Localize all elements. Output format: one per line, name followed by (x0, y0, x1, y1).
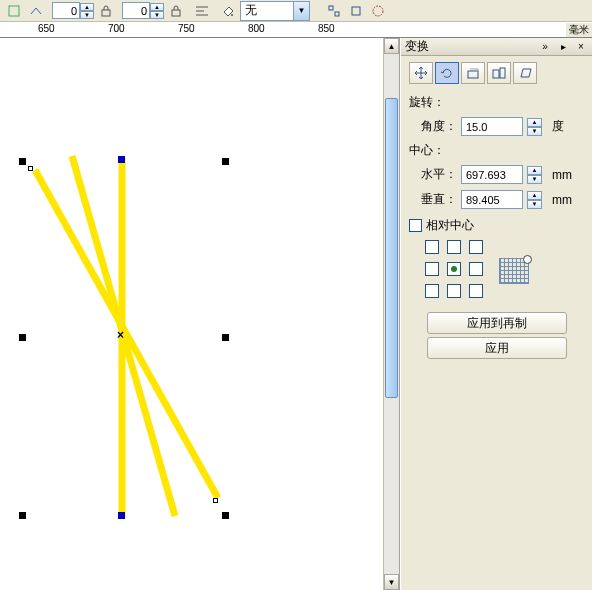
anchor-bl[interactable] (425, 284, 439, 298)
down-icon[interactable]: ▼ (150, 11, 164, 19)
spinner-2[interactable]: ▲▼ (122, 2, 164, 19)
svg-rect-5 (335, 12, 339, 16)
spinner-1[interactable]: ▲▼ (52, 2, 94, 19)
size-tool[interactable] (487, 62, 511, 84)
selection-handle[interactable] (19, 334, 26, 341)
selection-handle[interactable] (118, 156, 125, 163)
canvas-area[interactable]: × ▲ ▼ (0, 38, 400, 590)
apply-button[interactable]: 应用 (427, 337, 567, 359)
paint-bucket-icon[interactable] (218, 2, 238, 20)
svg-rect-0 (9, 6, 19, 16)
ruler-tick-label: 800 (248, 23, 265, 34)
ruler-tick-label: 650 (38, 23, 55, 34)
vertical-input[interactable] (461, 190, 523, 209)
selection-handle[interactable] (19, 512, 26, 519)
tool-btn-1[interactable] (4, 2, 24, 20)
transform-panel: 变换 » ▸ × 旋转： 角度： ▲▼ 度 中心： (400, 38, 592, 590)
anchor-center[interactable] (447, 262, 461, 276)
lock-icon[interactable] (166, 2, 186, 20)
anchor-tr[interactable] (469, 240, 483, 254)
position-tool[interactable] (409, 62, 433, 84)
relative-center-checkbox[interactable] (409, 219, 422, 232)
transform-tool-row (409, 62, 584, 84)
rotate-section-label: 旋转： (409, 94, 584, 111)
svg-point-3 (231, 14, 233, 16)
ruler-unit: 毫米 (566, 23, 592, 37)
horizontal-input[interactable] (461, 165, 523, 184)
down-icon[interactable]: ▼ (527, 127, 542, 136)
text-wrap-icon[interactable] (192, 2, 212, 20)
selection-handle[interactable] (19, 158, 26, 165)
scroll-down-icon[interactable]: ▼ (384, 574, 399, 590)
spinner-1-input[interactable] (52, 2, 80, 19)
close-icon[interactable]: × (574, 40, 588, 54)
fill-dropdown[interactable]: 无 ▼ (240, 1, 310, 21)
chevron-right-icon[interactable]: » (538, 40, 552, 54)
svg-rect-6 (352, 7, 360, 15)
ruler-tick-label: 750 (178, 23, 195, 34)
relative-center-label: 相对中心 (426, 217, 474, 234)
apply-to-duplicate-button[interactable]: 应用到再制 (427, 312, 567, 334)
angle-unit: 度 (552, 118, 564, 135)
anchor-tl[interactable] (425, 240, 439, 254)
tool-btn-3[interactable] (324, 2, 344, 20)
chevron-down-icon[interactable]: ▼ (293, 2, 309, 20)
horizontal-label: 水平： (409, 166, 457, 183)
top-toolbar: ▲▼ ▲▼ 无 ▼ (0, 0, 592, 22)
anchor-mr[interactable] (469, 262, 483, 276)
up-icon[interactable]: ▲ (527, 191, 542, 200)
scale-tool[interactable] (461, 62, 485, 84)
ruler-tick-label: 700 (108, 23, 125, 34)
down-icon[interactable]: ▼ (527, 200, 542, 209)
center-section-label: 中心： (409, 142, 584, 159)
anchor-bc[interactable] (447, 284, 461, 298)
ruler-tick-label: 850 (318, 23, 335, 34)
svg-rect-1 (102, 10, 110, 16)
scroll-thumb[interactable] (385, 98, 398, 398)
spinner-2-input[interactable] (122, 2, 150, 19)
svg-rect-11 (468, 71, 478, 78)
unit-mm: mm (552, 193, 572, 207)
selection-handle[interactable] (222, 334, 229, 341)
anchor-grid (425, 240, 584, 302)
selection-handle[interactable] (213, 498, 218, 503)
svg-rect-13 (500, 68, 505, 78)
panel-header: 变换 » ▸ × (401, 38, 592, 56)
svg-rect-2 (172, 10, 180, 16)
anchor-tc[interactable] (447, 240, 461, 254)
selection-handle[interactable] (28, 166, 33, 171)
vertical-scrollbar[interactable]: ▲ ▼ (383, 38, 399, 590)
tool-btn-2[interactable] (26, 2, 46, 20)
svg-point-7 (373, 6, 383, 16)
svg-rect-12 (493, 70, 499, 78)
scroll-up-icon[interactable]: ▲ (384, 38, 399, 54)
rotation-center-icon[interactable]: × (117, 328, 124, 342)
rotate-tool[interactable] (435, 62, 459, 84)
svg-rect-4 (329, 6, 333, 10)
tool-btn-5[interactable] (368, 2, 388, 20)
up-icon[interactable]: ▲ (80, 3, 94, 11)
up-icon[interactable]: ▲ (527, 166, 542, 175)
up-icon[interactable]: ▲ (150, 3, 164, 11)
selection-handle[interactable] (222, 512, 229, 519)
horizontal-ruler: 650 700 750 800 850 毫米 (0, 22, 592, 38)
down-icon[interactable]: ▼ (527, 175, 542, 184)
skew-tool[interactable] (513, 62, 537, 84)
menu-icon[interactable]: ▸ (556, 40, 570, 54)
down-icon[interactable]: ▼ (80, 11, 94, 19)
lock-icon[interactable] (96, 2, 116, 20)
vertical-label: 垂直： (409, 191, 457, 208)
angle-label: 角度： (409, 118, 457, 135)
angle-input[interactable] (461, 117, 523, 136)
selection-handle[interactable] (118, 512, 125, 519)
up-icon[interactable]: ▲ (527, 118, 542, 127)
tool-btn-4[interactable] (346, 2, 366, 20)
anchor-br[interactable] (469, 284, 483, 298)
fill-value: 无 (245, 2, 257, 19)
svg-line-10 (35, 170, 218, 498)
grid-reference-icon[interactable] (499, 258, 529, 284)
unit-mm: mm (552, 168, 572, 182)
panel-title: 变换 (405, 38, 429, 55)
selection-handle[interactable] (222, 158, 229, 165)
anchor-ml[interactable] (425, 262, 439, 276)
